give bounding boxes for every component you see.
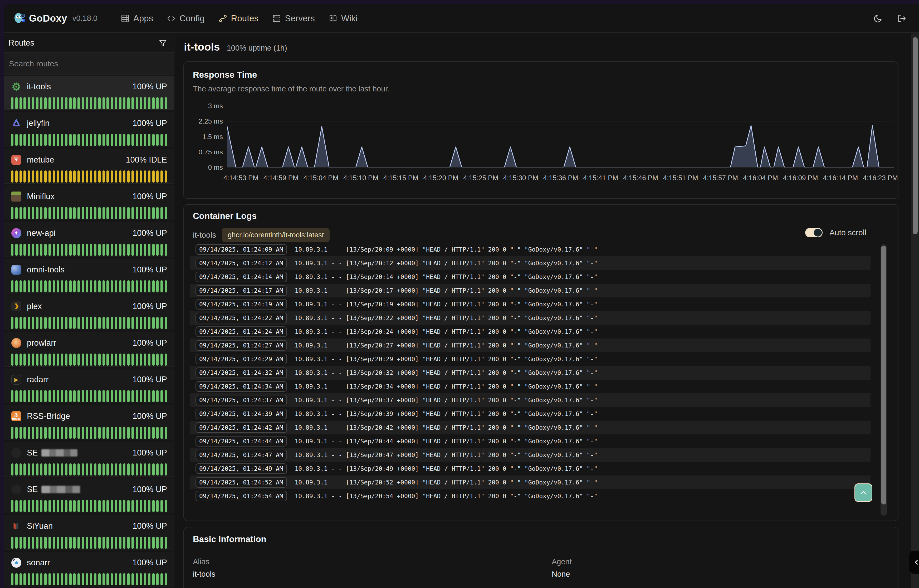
route-status: 100% UP: [132, 521, 167, 531]
route-item-it-tools[interactable]: ⚙ it-tools 100% UP: [4, 76, 174, 110]
filter-icon[interactable]: [158, 38, 168, 48]
brand[interactable]: GoDoxy v0.18.0: [13, 12, 97, 25]
page-scrollbar[interactable]: [911, 34, 919, 588]
uptime-bar: [136, 97, 138, 109]
uptime-bar: [140, 427, 142, 439]
route-item-siyuan[interactable]: SiYuan 100% UP: [4, 515, 174, 550]
uptime-bar: [69, 134, 72, 146]
nav-item-wiki[interactable]: Wiki: [329, 13, 357, 23]
scroll-to-top-button[interactable]: [854, 483, 872, 502]
uptime-bar: [94, 573, 97, 585]
uptime-bar: [98, 97, 101, 109]
uptime-bar: [36, 536, 39, 549]
uptime-bar: [160, 134, 163, 146]
dark-mode-toggle-moon-icon[interactable]: [873, 13, 883, 24]
uptime-bar: [65, 464, 68, 475]
uptime-bar: [15, 500, 18, 512]
nav-item-servers[interactable]: Servers: [272, 13, 315, 23]
uptime-bar: [27, 280, 30, 292]
uptime-bar: [102, 390, 105, 402]
route-item-miniflux[interactable]: Miniflux 100% UP: [4, 186, 174, 220]
collapse-panel-tab[interactable]: [909, 551, 919, 574]
prowlarr-icon: [11, 338, 22, 348]
route-item-sonarr[interactable]: sonarr 100% UP: [4, 552, 174, 586]
route-item-metube[interactable]: metube 100% IDLE: [4, 149, 174, 184]
uptime-bar: [98, 354, 101, 366]
uptime-bar: [48, 97, 51, 109]
chart-x-tick-label: 4:15:15 PM: [383, 174, 418, 182]
search-routes-input[interactable]: [4, 59, 174, 68]
route-item-jellyfin[interactable]: jellyfin 100% UP: [4, 112, 174, 147]
uptime-bar: [48, 280, 51, 292]
uptime-bar: [23, 280, 26, 292]
logout-icon[interactable]: [896, 13, 907, 24]
uptime-bar: [82, 500, 84, 512]
uptime-bar: [44, 390, 47, 402]
uptime-bar: [61, 354, 63, 366]
uptime-bar: [65, 170, 68, 183]
uptime-bar: [152, 207, 155, 219]
uptime-bar: [19, 207, 22, 219]
uptime-bars: [11, 500, 167, 512]
page-scrollbar-thumb[interactable]: [913, 37, 918, 234]
log-row: 09/14/2025, 01:24:39 AM 10.89.3.1 - - [1…: [190, 407, 871, 421]
route-item-rss-bridge[interactable]: ⊕rssBridge RSS-Bridge 100% UP: [4, 405, 174, 440]
nav-item-apps[interactable]: Apps: [121, 13, 153, 23]
route-item-omni-tools[interactable]: omni-tools 100% UP: [4, 259, 174, 294]
uptime-bar: [40, 427, 42, 439]
nav-item-config[interactable]: Config: [167, 13, 205, 23]
uptime-bar: [140, 573, 142, 585]
log-row: 09/14/2025, 01:24:32 AM 10.89.3.1 - - [1…: [190, 366, 871, 380]
uptime-bar: [98, 390, 101, 402]
uptime-bar: [65, 573, 68, 585]
uptime-bar: [53, 280, 55, 292]
uptime-bar: [156, 536, 158, 549]
uptime-bar: [98, 536, 101, 549]
uptime-bar: [98, 464, 101, 475]
uptime-bar: [82, 317, 84, 329]
uptime-bar: [57, 427, 59, 439]
uptime-bar: [90, 97, 92, 109]
route-name: Miniflux: [27, 192, 55, 201]
uptime-bar: [86, 427, 88, 439]
route-item-se[interactable]: SE 100% UP: [4, 442, 174, 477]
route-item-plex[interactable]: plex 100% UP: [4, 295, 174, 330]
uptime-bar: [102, 317, 105, 329]
uptime-bar: [82, 536, 84, 549]
uptime-bar: [27, 500, 30, 512]
uptime-bar: [53, 170, 55, 183]
uptime-bar: [11, 536, 13, 549]
uptime-bars: [11, 170, 167, 183]
apps-grid-icon: [121, 14, 130, 23]
uptime-bar: [57, 573, 59, 585]
uptime-bar: [111, 317, 113, 329]
jellyfin-icon: [11, 118, 22, 129]
uptime-bar: [53, 536, 55, 549]
route-item-radarr[interactable]: ▶ radarr 100% UP: [4, 368, 174, 403]
nav-item-routes[interactable]: Routes: [218, 13, 259, 23]
route-item-se[interactable]: SE 100% UP: [4, 478, 174, 513]
uptime-bar: [107, 427, 109, 439]
radarr-icon: ▶: [11, 374, 22, 385]
uptime-bar: [165, 170, 167, 183]
route-item-prowlarr[interactable]: prowlarr 100% UP: [4, 332, 174, 367]
route-item-new-api[interactable]: ✦ new-api 100% UP: [4, 222, 174, 257]
logs-scrollbar[interactable]: [880, 244, 887, 515]
uptime-bar: [127, 280, 130, 292]
uptime-bar: [160, 536, 163, 549]
uptime-bar: [57, 464, 59, 475]
uptime-bar: [136, 170, 138, 183]
uptime-bar: [144, 390, 146, 402]
route-name: radarr: [27, 375, 49, 384]
uptime-bar: [32, 354, 34, 366]
uptime-bar: [156, 317, 158, 329]
log-row: 09/14/2025, 01:24:24 AM 10.89.3.1 - - [1…: [190, 325, 871, 339]
chart-y-tick-label: 2.25 ms: [186, 117, 223, 125]
uptime-bar: [148, 390, 150, 402]
chart-gridline: [227, 137, 894, 137]
uptime-bar: [36, 573, 39, 585]
auto-scroll-toggle[interactable]: [805, 228, 822, 237]
logs-scrollbar-thumb[interactable]: [881, 246, 886, 504]
chart-gridline: [227, 106, 894, 106]
uptime-bar: [119, 207, 121, 219]
